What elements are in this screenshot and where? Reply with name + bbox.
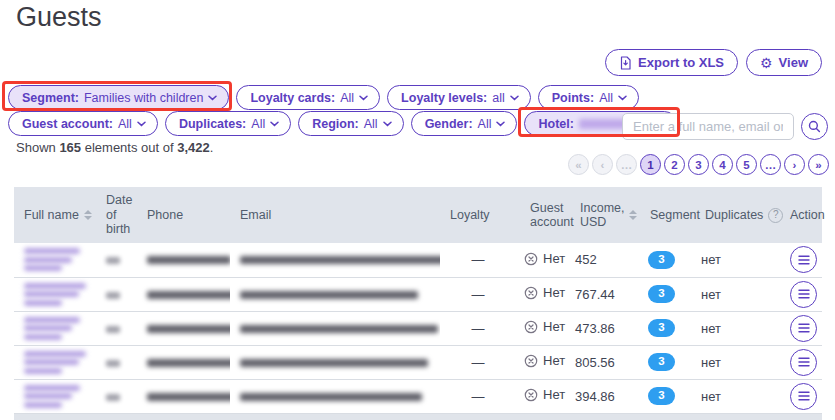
filter-value: all — [492, 91, 505, 105]
guest-row: —Нет473.863нет — [14, 311, 822, 345]
page-5[interactable]: 5 — [736, 154, 757, 175]
chevron-down-icon — [510, 95, 519, 101]
column-header-full-name[interactable]: Full name — [14, 187, 96, 243]
column-label: Email — [240, 208, 271, 222]
chevron-down-icon — [618, 95, 627, 101]
pagination: «‹…12345…›» — [568, 154, 829, 175]
column-label: Guest account — [530, 201, 574, 230]
masked-phone — [147, 256, 230, 264]
guest-row: —Нет4523нет — [14, 243, 822, 277]
page-gap-right[interactable]: … — [760, 154, 781, 175]
row-action-button[interactable] — [790, 315, 817, 342]
chevron-down-icon — [270, 121, 279, 127]
row-action-button[interactable] — [790, 383, 817, 410]
guest-row: —Нет394.863нет — [14, 379, 822, 413]
table-footer-band — [14, 414, 822, 420]
row-action-button[interactable] — [790, 246, 817, 273]
chevron-down-icon — [359, 95, 368, 101]
search-button[interactable] — [801, 113, 828, 140]
filter-value: All — [340, 91, 354, 105]
gear-icon: ⚙ — [760, 56, 773, 70]
row-menu-icon — [798, 357, 810, 367]
column-label: Income, USD — [580, 201, 624, 230]
search-input[interactable] — [622, 113, 794, 140]
income-cell: 805.56 — [570, 345, 640, 379]
income-cell: 452 — [570, 243, 640, 277]
segment-badge: 3 — [648, 285, 675, 303]
filter-loyalty-cards[interactable]: Loyalty cards:All — [236, 85, 380, 110]
column-header-phone: Phone — [137, 187, 230, 243]
view-label: View — [779, 55, 808, 70]
column-label: Loyalty — [450, 208, 490, 222]
guest-name-link[interactable] — [24, 244, 92, 276]
filter-label: Hotel: — [538, 117, 573, 131]
guest-account-value: Нет — [543, 285, 565, 300]
page-last[interactable]: » — [808, 154, 829, 175]
guest-name-link[interactable] — [24, 346, 92, 378]
shown-count: 165 — [59, 140, 81, 155]
chevron-down-icon — [496, 121, 505, 127]
segment-badge: 3 — [648, 319, 675, 337]
column-label: Action — [790, 208, 825, 222]
filter-segment[interactable]: Segment:Families with children — [8, 85, 229, 110]
export-file-icon — [619, 56, 632, 70]
masked-email — [240, 291, 418, 299]
filter-loyalty-levels[interactable]: Loyalty levels:all — [387, 85, 531, 110]
filter-duplicates[interactable]: Duplicates:All — [165, 111, 291, 136]
filter-guest-account[interactable]: Guest account:All — [8, 111, 158, 136]
guest-account-value: Нет — [543, 319, 565, 334]
masked-email — [240, 393, 422, 401]
export-to-xls-button[interactable]: Export to XLS — [605, 49, 738, 76]
loyalty-cell: — — [440, 277, 520, 311]
column-header-segment: Segment — [640, 187, 695, 243]
filter-row-1: Segment:Families with childrenLoyalty ca… — [8, 85, 639, 110]
page-1[interactable]: 1 — [640, 154, 661, 175]
sort-icon — [629, 210, 637, 220]
row-action-button[interactable] — [790, 349, 817, 376]
column-header-email: Email — [230, 187, 440, 243]
row-action-button[interactable] — [790, 281, 817, 308]
no-account-icon — [524, 354, 538, 368]
page-next[interactable]: › — [784, 154, 805, 175]
filter-value: All — [251, 117, 265, 131]
filter-region[interactable]: Region:All — [298, 111, 403, 136]
segment-badge: 3 — [648, 353, 675, 371]
row-menu-icon — [798, 391, 810, 401]
guest-account-cell: Нет — [524, 387, 565, 402]
column-header-date-of-birth: Date of birth — [96, 187, 137, 243]
page-3[interactable]: 3 — [688, 154, 709, 175]
chevron-down-icon — [383, 121, 392, 127]
segment-badge: 3 — [648, 251, 675, 269]
filter-label: Loyalty levels: — [401, 91, 487, 105]
page-title: Guests — [16, 2, 102, 33]
guest-account-cell: Нет — [524, 319, 565, 334]
filter-gender[interactable]: Gender:All — [411, 111, 518, 136]
guest-account-cell: Нет — [524, 251, 565, 266]
view-button[interactable]: ⚙ View — [746, 49, 822, 76]
export-to-xls-label: Export to XLS — [638, 55, 724, 70]
no-account-icon — [524, 320, 538, 334]
guest-account-cell: Нет — [524, 353, 565, 368]
column-label: Segment — [650, 208, 700, 222]
page-4[interactable]: 4 — [712, 154, 733, 175]
column-header-action: Action — [780, 187, 822, 243]
masked-date-of-birth — [106, 360, 120, 367]
filter-points[interactable]: Points:All — [538, 85, 639, 110]
results-summary: Shown 165 elements out of 3,422. — [16, 140, 213, 155]
page-2[interactable]: 2 — [664, 154, 685, 175]
search-area — [622, 113, 828, 140]
help-icon[interactable] — [768, 208, 783, 223]
column-header-income-usd[interactable]: Income, USD — [570, 187, 640, 243]
income-cell: 473.86 — [570, 311, 640, 345]
sort-icon — [84, 210, 92, 220]
filter-label: Loyalty cards: — [250, 91, 335, 105]
column-label: Duplicates — [705, 208, 763, 222]
guest-name-link[interactable] — [24, 380, 92, 412]
guest-name-link[interactable] — [24, 312, 92, 344]
duplicates-cell: нет — [695, 311, 780, 345]
guests-page: Guests Export to XLS ⚙ View Segment:Fami… — [0, 0, 835, 420]
masked-date-of-birth — [106, 326, 120, 333]
filter-label: Points: — [552, 91, 594, 105]
income-cell: 767.44 — [570, 277, 640, 311]
guest-name-link[interactable] — [24, 278, 92, 310]
